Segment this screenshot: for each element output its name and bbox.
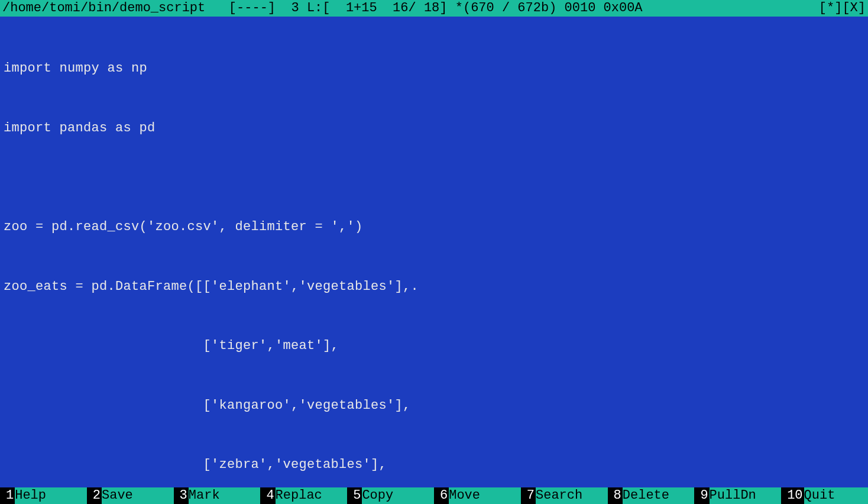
code-line: import numpy as np <box>4 59 864 79</box>
fkey-delete[interactable]: 8 Delete <box>608 487 695 504</box>
code-line: ['tiger','meat'], <box>4 336 864 356</box>
fkey-replace[interactable]: 4 Replac <box>260 487 347 504</box>
fkey-search[interactable]: 7 Search <box>521 487 608 504</box>
fkey-num: 9 <box>694 487 709 504</box>
fkey-mark[interactable]: 3 Mark <box>174 487 261 504</box>
fkey-label: PullDn <box>710 487 782 504</box>
fkey-num: 4 <box>260 487 275 504</box>
fkey-num: 7 <box>521 487 536 504</box>
fkey-label: Quit <box>804 487 868 504</box>
fkey-copy[interactable]: 5 Copy <box>347 487 434 504</box>
status-bar: /home/tomi/bin/demo_script [----] 3 L:[ … <box>0 0 868 17</box>
fkey-label: Save <box>102 487 174 504</box>
code-line: ['zebra','vegetables'], <box>4 455 864 475</box>
fkey-num: 3 <box>174 487 189 504</box>
status-bar-left: /home/tomi/bin/demo_script [----] 3 L:[ … <box>2 0 643 17</box>
status-bar-right: [*][X] <box>819 0 866 17</box>
fkey-label: Mark <box>189 487 261 504</box>
fkey-num: 5 <box>347 487 362 504</box>
fkey-num: 2 <box>87 487 102 504</box>
fkey-num: 8 <box>608 487 623 504</box>
function-key-bar: 1 Help 2 Save 3 Mark 4 Replac 5 Copy 6 M… <box>0 487 868 504</box>
fkey-num: 1 <box>0 487 15 504</box>
fkey-label: Copy <box>362 487 434 504</box>
code-line: import pandas as pd <box>4 118 864 138</box>
fkey-label: Search <box>536 487 608 504</box>
code-line: ['kangaroo','vegetables'], <box>4 396 864 416</box>
fkey-label: Delete <box>623 487 695 504</box>
fkey-label: Replac <box>276 487 348 504</box>
code-line: zoo_eats = pd.DataFrame([['elephant','ve… <box>4 277 864 297</box>
fkey-help[interactable]: 1 Help <box>0 487 87 504</box>
fkey-num: 6 <box>434 487 449 504</box>
editor-area[interactable]: import numpy as np import pandas as pd z… <box>0 17 868 504</box>
fkey-label: Move <box>449 487 521 504</box>
fkey-num: 10 <box>781 487 804 504</box>
code-line: zoo = pd.read_csv('zoo.csv', delimiter =… <box>4 217 864 237</box>
fkey-save[interactable]: 2 Save <box>87 487 174 504</box>
fkey-move[interactable]: 6 Move <box>434 487 521 504</box>
fkey-label: Help <box>15 487 87 504</box>
fkey-pulldn[interactable]: 9 PullDn <box>694 487 781 504</box>
fkey-quit[interactable]: 10 Quit <box>781 487 868 504</box>
